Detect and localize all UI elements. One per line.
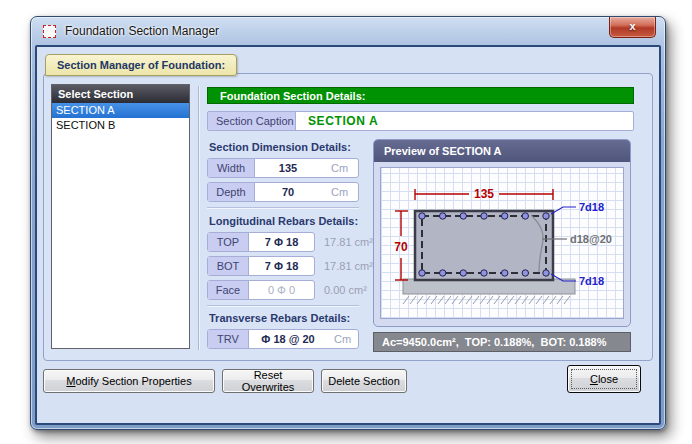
top-rebar-label: TOP <box>208 233 249 251</box>
trv-rebar-field[interactable]: Φ 18 @ 20 <box>249 330 327 348</box>
section-caption-label: Section Caption <box>208 112 296 130</box>
list-item[interactable]: SECTION A <box>52 103 189 118</box>
delete-section-button[interactable]: Delete Section <box>321 369 407 393</box>
trv-rebar-row: TRV Φ 18 @ 20 Cm <box>207 329 359 349</box>
section-manager-group: Select Section SECTION ASECTION B Founda… <box>43 73 653 361</box>
depth-field[interactable]: 70 <box>255 183 321 201</box>
transverse-details-header: Transverse Rebars Details: <box>209 312 350 324</box>
dialog-client-area: Section Manager of Foundation: Select Se… <box>35 45 661 425</box>
width-row: Width 135 Cm <box>207 158 359 178</box>
depth-label: Depth <box>208 183 255 201</box>
list-item[interactable]: SECTION B <box>52 118 189 133</box>
depth-row: Depth 70 Cm <box>207 182 359 202</box>
bottom-bars-label: 7d18 <box>579 275 604 287</box>
top-bars-label: 7d18 <box>579 201 604 213</box>
top-bars-leader <box>551 207 576 214</box>
top-rebar-field[interactable]: 7 Φ 18 <box>249 233 314 251</box>
width-dimension-text: 135 <box>474 187 494 201</box>
bot-rebar-area: 17.81 cm² <box>324 256 373 276</box>
reset-overwrites-button[interactable]: Reset Overwrites <box>222 369 314 393</box>
details-header: Foundation Section Details: <box>207 87 634 104</box>
section-app-icon <box>43 25 56 38</box>
trv-rebar-label: TRV <box>208 330 249 348</box>
preview-panel: Preview of SECTION A <box>373 139 631 327</box>
window-title: Foundation Section Manager <box>65 24 219 38</box>
title-bar[interactable]: Foundation Section Manager <box>31 17 665 45</box>
top-rebar-row: TOP 7 Φ 18 <box>207 232 315 252</box>
section-caption-row: Section Caption SECTION A <box>207 111 634 131</box>
vertical-divider <box>198 86 199 350</box>
section-list: SECTION ASECTION B <box>52 103 189 133</box>
ground-hatch <box>403 296 570 304</box>
width-label: Width <box>208 159 255 177</box>
width-unit: Cm <box>321 159 358 177</box>
separator <box>207 305 359 306</box>
face-rebar-field[interactable]: 0 Φ 0 <box>249 281 314 299</box>
section-status-bar: Ac=9450.0cm², TOP: 0.188%, BOT: 0.188% <box>373 332 631 352</box>
separator <box>207 207 359 208</box>
face-rebar-row: Face 0 Φ 0 <box>207 280 315 300</box>
bot-rebar-row: BOT 7 Φ 18 <box>207 256 315 276</box>
preview-header: Preview of SECTION A <box>374 140 630 162</box>
face-rebar-label: Face <box>208 281 249 299</box>
section-list-header: Select Section <box>52 85 189 103</box>
face-rebar-area: 0.00 cm² <box>324 280 367 300</box>
screenshot-stage: Foundation Section Manager x Section Man… <box>0 0 692 444</box>
stirrup-label: d18@20 <box>570 233 612 245</box>
group-box-tab: Section Manager of Foundation: <box>45 54 237 76</box>
bot-rebar-field[interactable]: 7 Φ 18 <box>249 257 314 275</box>
longitudinal-details-header: Longitudinal Rebars Details: <box>209 215 358 227</box>
dialog-window: Foundation Section Manager x Section Man… <box>30 16 666 430</box>
close-window-button[interactable]: x <box>609 17 656 38</box>
close-icon: x <box>629 20 635 32</box>
section-drawing: 135 70 7d18 d18@20 <box>380 167 624 319</box>
width-field[interactable]: 135 <box>255 159 321 177</box>
section-caption-field[interactable]: SECTION A <box>296 112 633 130</box>
depth-unit: Cm <box>321 183 358 201</box>
modify-section-button[interactable]: Modify Section Properties <box>43 369 215 393</box>
depth-dimension-text: 70 <box>394 240 408 254</box>
close-button[interactable]: Close <box>567 365 641 393</box>
dimension-details-header: Section Dimension Details: <box>209 141 351 153</box>
bot-rebar-label: BOT <box>208 257 249 275</box>
trv-rebar-unit: Cm <box>327 330 358 348</box>
top-rebar-area: 17.81 cm² <box>324 232 373 252</box>
section-listbox[interactable]: Select Section SECTION ASECTION B <box>51 84 190 349</box>
